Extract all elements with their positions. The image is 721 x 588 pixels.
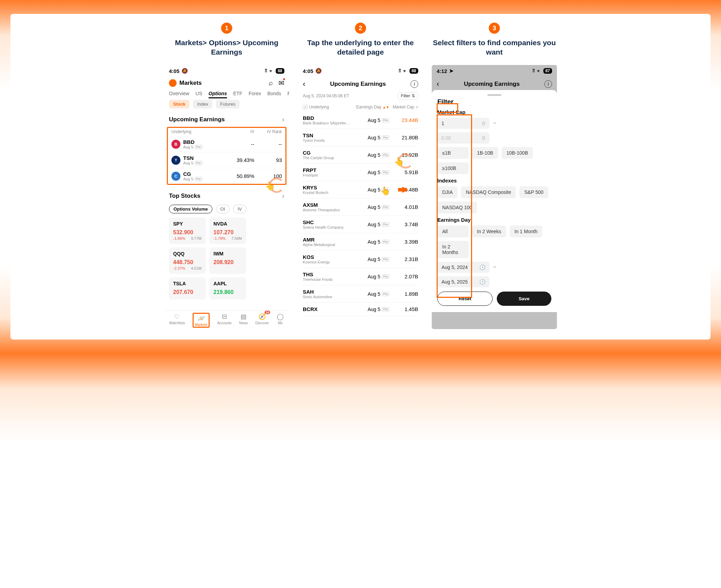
index-chip[interactable]: S&P 500 <box>519 186 548 198</box>
filter-sheet: Filter Market Cap B ~ 0.00B ≤1B1B-10B10B… <box>432 90 557 312</box>
index-chip[interactable]: NASDAQ 100 <box>437 202 477 213</box>
ticker-icon: T <box>171 156 180 165</box>
pre-market-tag: Pre <box>195 161 202 165</box>
col-iv: IV <box>227 129 254 134</box>
ed-chip[interactable]: In 2 Months <box>437 241 469 258</box>
tab-f[interactable]: F <box>287 91 289 96</box>
earnings-detail-row[interactable]: KOS Kosmos Energy Aug 5 Pre 2.31B <box>303 251 418 268</box>
tab-overview[interactable]: Overview <box>169 91 189 96</box>
earnings-detail-row[interactable]: SAH Sonic Automotive Aug 5 Pre 1.89B <box>303 285 418 303</box>
mc-chip[interactable]: ≤1B <box>437 147 469 159</box>
earnings-detail-row[interactable]: BBD Bank Bradesco SA(prefer… Aug 5 Pre 2… <box>303 112 418 129</box>
tab-us[interactable]: US <box>195 91 202 96</box>
step-title-1: Markets> Options> Upcoming Earnings <box>164 38 289 59</box>
reset-button[interactable]: Reset <box>437 292 493 306</box>
stock-card-aapl[interactable]: AAPL 219.860 <box>209 277 246 300</box>
stock-card-tsla[interactable]: TSLA 207.670 <box>169 277 206 300</box>
earnings-date: Aug 5 <box>367 256 380 262</box>
col-underlying: Underlying <box>309 105 329 109</box>
stock-price: 219.860 <box>213 289 242 295</box>
market-cap-from-input[interactable]: B <box>437 118 489 129</box>
earnings-row[interactable]: T TSN Aug 5 Pre 39.43% 93 <box>170 152 283 168</box>
earnings-detail-row[interactable]: SHC Sotera Health Company Aug 5 Pre 3.74… <box>303 216 418 233</box>
ed-chip[interactable]: In 2 Weeks <box>472 226 506 237</box>
subtab-futures[interactable]: Futures <box>216 100 240 108</box>
ticker-symbol: SAH <box>303 289 355 295</box>
save-button[interactable]: Save <box>497 292 551 306</box>
nav-watchlists[interactable]: ♡ Watchlists <box>169 313 185 328</box>
earnings-detail-row[interactable]: BCRX Aug 5 Pre 1.45B <box>303 303 418 316</box>
index-chip[interactable]: NASDAQ Composite <box>461 186 516 198</box>
ed-chip[interactable]: All <box>437 226 469 237</box>
mc-chip[interactable]: 1B-10B <box>472 147 498 159</box>
pill-iv[interactable]: IV <box>233 205 246 213</box>
ticker-symbol: BCRX <box>303 306 355 312</box>
earnings-detail-row[interactable]: CG The Carlyle Group Aug 5 Pre 15.92B <box>303 146 418 164</box>
pre-market-tag: Pre <box>382 292 389 296</box>
nav-discover[interactable]: 🧭 Discover <box>256 313 269 328</box>
timestamp: Aug 5, 2024 04:05:08 ET <box>303 93 349 98</box>
col-market-cap[interactable]: Market Cap <box>393 105 414 109</box>
earnings-detail-row[interactable]: FRPT Freshpet Aug 5 Pre 5.91B <box>303 164 418 181</box>
pill-oi[interactable]: OI <box>216 205 230 213</box>
battery-level: 88 <box>410 68 418 74</box>
tab-options[interactable]: Options <box>209 91 227 96</box>
ticker-symbol: KOS <box>303 254 355 260</box>
tab-etf[interactable]: ETF <box>233 91 242 96</box>
step-title-3: Select filters to find companies you wan… <box>432 38 557 59</box>
stock-change: -2.37% <box>173 266 185 270</box>
ed-chip[interactable]: In 1 Month <box>510 226 542 237</box>
subtab-index[interactable]: Index <box>193 100 212 108</box>
back-icon[interactable]: ‹ <box>303 80 305 89</box>
company-name: Krystal Biotech <box>303 190 355 195</box>
pre-market-tag: Pre <box>382 240 389 244</box>
col-earnings-day[interactable]: Earnings Day <box>356 105 381 109</box>
mute-icon: 🔕 <box>181 68 188 74</box>
status-bar: 4:05 🔕 ⦙⦙⦙ ᯤ 88 <box>298 65 423 77</box>
earnings-detail-row[interactable]: AXSM Axsome Therapeutics Aug 5 Pre 4.01B <box>303 198 418 216</box>
inbox-icon[interactable]: ✉ <box>278 79 284 87</box>
index-chip[interactable]: DJIA <box>437 186 457 198</box>
back-icon[interactable]: ‹ <box>437 80 439 89</box>
nav-accounts[interactable]: ⊟ Accounts <box>217 313 232 328</box>
chevron-right-icon[interactable]: › <box>282 192 284 200</box>
earnings-from-input[interactable]: Aug 5, 2024🕒 <box>437 262 489 273</box>
pre-market-tag: Pre <box>382 170 389 174</box>
stock-symbol: TSLA <box>173 281 202 286</box>
pill-options-volume[interactable]: Options Volume <box>169 205 212 213</box>
nav-news[interactable]: ▤ News <box>239 313 248 328</box>
chevron-right-icon[interactable]: › <box>282 115 284 123</box>
earnings-detail-row[interactable]: KRYS Krystal Biotech Aug 5 Pre 5.48B <box>303 181 418 198</box>
filter-button[interactable]: Filter ⇅ <box>398 92 418 100</box>
stock-card-spy[interactable]: SPY 532.900 -1.86%9.77M <box>169 218 206 244</box>
info-icon[interactable]: i <box>411 80 418 88</box>
ticker-symbol: SHC <box>303 219 355 225</box>
mc-chip[interactable]: 10B-100B <box>502 147 533 159</box>
pre-market-tag: Pre <box>195 145 202 149</box>
mc-chip[interactable]: ≥100B <box>437 162 469 174</box>
earnings-detail-row[interactable]: THS Treehouse Foods Aug 5 Pre 2.07B <box>303 268 418 285</box>
earnings-detail-row[interactable]: AMR Alpha Metallurgical Aug 5 Pre 3.39B <box>303 233 418 251</box>
expand-icon[interactable]: ⤢ <box>303 105 308 109</box>
earnings-row[interactable]: B BBD Aug 5 Pre -- -- <box>170 136 283 152</box>
info-icon[interactable]: i <box>544 80 552 88</box>
stock-card-qqq[interactable]: QQQ 448.750 -2.37%4.51M <box>169 247 206 274</box>
earnings-to-input[interactable]: Aug 5, 2025🕒 <box>437 276 489 287</box>
earnings-detail-row[interactable]: TSN Tyson Foods Aug 5 Pre 21.80B <box>303 129 418 146</box>
company-name: Kosmos Energy <box>303 260 355 264</box>
signal-icon: ⦙⦙⦙ <box>399 68 401 74</box>
iv-value: 39.43% <box>227 157 254 163</box>
stock-card-nvda[interactable]: NVDA 107.270 -1.78%7.56M <box>209 218 246 244</box>
nav-markets[interactable]: 🪐 Markets <box>193 313 210 328</box>
drag-handle[interactable] <box>487 94 501 96</box>
market-cap-to-input[interactable]: 0.00B <box>437 132 489 144</box>
upcoming-earnings-heading: Upcoming Earnings <box>169 116 225 123</box>
search-icon[interactable]: ⌕ <box>269 79 273 87</box>
earnings-row[interactable]: C CG Aug 5 Pre 50.89% 100 <box>170 168 283 184</box>
market-cap-value: 2.31B <box>389 256 418 262</box>
stock-card-iwm[interactable]: IWM 208.920 <box>209 247 246 274</box>
tab-forex[interactable]: Forex <box>249 91 261 96</box>
subtab-stock[interactable]: Stock <box>169 100 189 108</box>
tab-bonds[interactable]: Bonds <box>267 91 281 96</box>
nav-me[interactable]: ◯ Me <box>276 313 284 328</box>
